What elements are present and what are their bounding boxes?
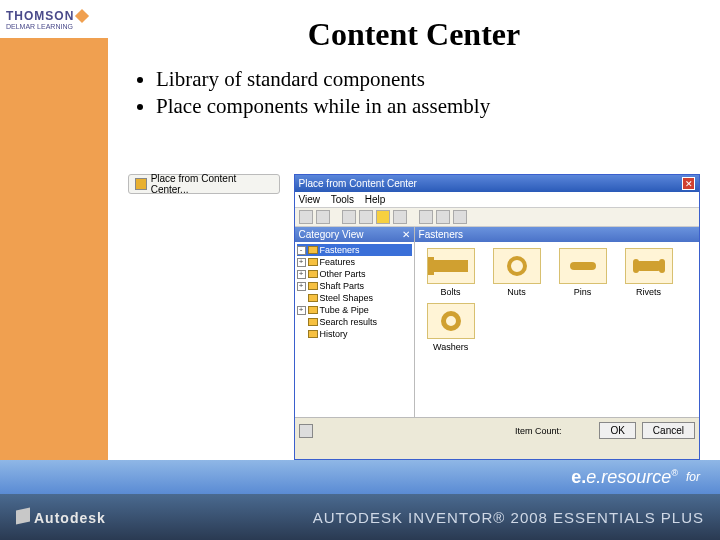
folder-icon (308, 330, 318, 338)
dialog-menubar: View Tools Help (295, 192, 699, 208)
thumbnail-label: Bolts (441, 287, 461, 297)
help-icon[interactable] (299, 424, 313, 438)
expand-icon[interactable]: - (297, 246, 306, 255)
thumbnail-item[interactable]: Bolts (421, 248, 481, 297)
rivet-icon (635, 261, 663, 271)
view-icon[interactable] (419, 210, 433, 224)
autodesk-logo: Autodesk (16, 509, 106, 526)
for-label: for (686, 470, 700, 484)
footer-top-bar: e.e.resource® for (0, 460, 720, 494)
place-from-content-center-button[interactable]: Place from Content Center... (128, 174, 280, 194)
view-icon[interactable] (453, 210, 467, 224)
folder-icon (308, 318, 318, 326)
tree-item-label: Features (320, 257, 356, 267)
screenshot-group: Place from Content Center... Place from … (128, 174, 700, 460)
tree-item[interactable]: +Other Parts (297, 268, 412, 280)
dialog-title-text: Place from Content Center (299, 178, 417, 189)
thumbnail-label: Nuts (507, 287, 526, 297)
thumbnail-grid[interactable]: BoltsNutsPinsRivetsWashers (415, 242, 699, 417)
expand-icon[interactable]: + (297, 282, 306, 291)
footer-bottom-bar: Autodesk AUTODESK INVENTOR® 2008 ESSENTI… (0, 494, 720, 540)
brand-logo: THOMSON DELMAR LEARNING (0, 0, 108, 40)
thumbnail-label: Pins (574, 287, 592, 297)
eresource-text: e.resource (586, 467, 671, 487)
expand-icon[interactable]: + (297, 270, 306, 279)
favorite-icon[interactable] (376, 210, 390, 224)
toolbar-icon[interactable] (299, 210, 313, 224)
bolt-icon (434, 260, 468, 272)
tree-item[interactable]: +Features (297, 256, 412, 268)
cancel-button[interactable]: Cancel (642, 422, 695, 439)
tree-header-label: Category View (299, 229, 364, 240)
thumbnail-label: Washers (433, 342, 468, 352)
thumbnail-item[interactable]: Washers (421, 303, 481, 352)
folder-icon (308, 294, 318, 302)
product-name: AUTODESK INVENTOR® 2008 ESSENTIALS PLUS (106, 509, 704, 526)
button-label: Place from Content Center... (151, 173, 273, 195)
view-icon[interactable] (436, 210, 450, 224)
ok-button[interactable]: OK (599, 422, 635, 439)
menu-help[interactable]: Help (365, 194, 386, 205)
thumbnail-panel: Fasteners BoltsNutsPinsRivetsWashers (415, 227, 699, 417)
tree-item[interactable]: History (297, 328, 412, 340)
tree-item-label: Fasteners (320, 245, 360, 255)
toolbar-icon[interactable] (316, 210, 330, 224)
folder-icon (308, 270, 318, 278)
expand-icon[interactable]: + (297, 306, 306, 315)
brand-subtitle: DELMAR LEARNING (6, 23, 102, 30)
close-icon[interactable]: ✕ (682, 177, 695, 190)
toolbar-icon[interactable] (342, 210, 356, 224)
toolbar-icon[interactable] (393, 210, 407, 224)
folder-icon (308, 258, 318, 266)
thumbnail-icon (625, 248, 673, 284)
thumbnail-icon (493, 248, 541, 284)
thumbnail-icon (427, 248, 475, 284)
autodesk-text: Autodesk (34, 510, 106, 526)
autodesk-cube-icon (16, 507, 30, 524)
bullet-item: Library of standard components (156, 67, 700, 92)
item-count-label: Item Count: (515, 426, 562, 436)
tree-item-label: Search results (320, 317, 378, 327)
bullet-item: Place components while in an assembly (156, 94, 700, 119)
tree-item[interactable]: Steel Shapes (297, 292, 412, 304)
thumbnail-item[interactable]: Rivets (619, 248, 679, 297)
tree-item[interactable]: Search results (297, 316, 412, 328)
tree-item-label: Shaft Parts (320, 281, 365, 291)
tree-item[interactable]: +Tube & Pipe (297, 304, 412, 316)
tree-item[interactable]: -Fasteners (297, 244, 412, 256)
tree-item-label: Other Parts (320, 269, 366, 279)
dialog-footer: Item Count: OK Cancel (295, 417, 699, 443)
tree-item-label: Tube & Pipe (320, 305, 369, 315)
expand-icon[interactable]: + (297, 258, 306, 267)
toolbar-icon[interactable] (359, 210, 373, 224)
eresource-logo: e.e.resource® (571, 467, 678, 488)
tree-item[interactable]: +Shaft Parts (297, 280, 412, 292)
thumbnail-item[interactable]: Pins (553, 248, 613, 297)
grid-header: Fasteners (415, 227, 699, 242)
brand-name: THOMSON (6, 9, 74, 23)
category-tree[interactable]: -Fasteners+Features+Other Parts+Shaft Pa… (295, 242, 414, 417)
tree-header: Category View ✕ (295, 227, 414, 242)
thumbnail-label: Rivets (636, 287, 661, 297)
folder-icon (308, 246, 318, 254)
thumbnail-icon (427, 303, 475, 339)
tree-item-label: History (320, 329, 348, 339)
washer-icon (441, 311, 461, 331)
nut-icon (507, 256, 527, 276)
slide-title: Content Center (128, 16, 700, 53)
category-tree-panel: Category View ✕ -Fasteners+Features+Othe… (295, 227, 415, 417)
menu-tools[interactable]: Tools (331, 194, 354, 205)
sidebar: THOMSON DELMAR LEARNING © 2008 Thomson D… (0, 0, 108, 540)
thumbnail-item[interactable]: Nuts (487, 248, 547, 297)
brand-star-icon (75, 9, 89, 23)
pin-icon (570, 262, 596, 270)
slide-footer: e.e.resource® for Autodesk AUTODESK INVE… (0, 460, 720, 540)
tree-item-label: Steel Shapes (320, 293, 374, 303)
content-center-icon (135, 178, 147, 190)
dialog-toolbar (295, 208, 699, 227)
content-center-dialog: Place from Content Center ✕ View Tools H… (294, 174, 700, 460)
dialog-titlebar[interactable]: Place from Content Center ✕ (295, 175, 699, 192)
dialog-body: Category View ✕ -Fasteners+Features+Othe… (295, 227, 699, 417)
close-panel-icon[interactable]: ✕ (402, 229, 410, 240)
menu-view[interactable]: View (299, 194, 321, 205)
